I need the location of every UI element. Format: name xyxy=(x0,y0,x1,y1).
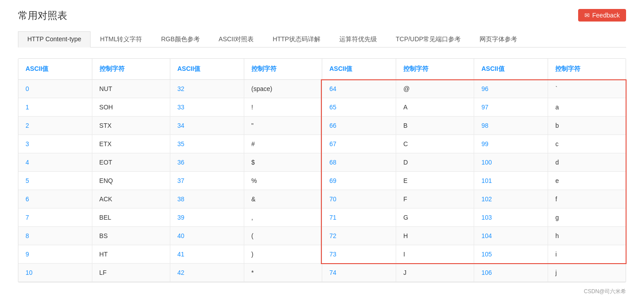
cell-r7-c0: 7 xyxy=(18,208,92,227)
cell-r0-c1: NUT xyxy=(92,80,170,98)
cell-r8-c7: h xyxy=(548,227,626,245)
cell-r1-c0: 1 xyxy=(18,98,92,117)
tab-html-escape[interactable]: HTML转义字符 xyxy=(91,31,151,47)
cell-r3-c5: C xyxy=(396,135,474,153)
cell-r4-c0: 4 xyxy=(18,153,92,172)
feedback-label: Feedback xyxy=(592,12,620,19)
cell-r3-c0: 3 xyxy=(18,135,92,153)
cell-r8-c5: H xyxy=(396,227,474,245)
cell-r4-c7: d xyxy=(548,153,626,172)
cell-r4-c2: 36 xyxy=(170,153,244,172)
cell-r7-c2: 39 xyxy=(170,208,244,227)
cell-r9-c3: ) xyxy=(244,245,322,264)
cell-r4-c6: 100 xyxy=(474,153,548,172)
cell-r2-c5: B xyxy=(396,117,474,135)
table-container: ASCII值控制字符ASCII值控制字符ASCII值控制字符ASCII值控制字符… xyxy=(18,58,626,282)
page-title: 常用对照表 xyxy=(18,9,626,22)
col-header-0: ASCII值 xyxy=(18,59,92,80)
tab-web-fonts[interactable]: 网页字体参考 xyxy=(470,31,527,47)
cell-r9-c2: 41 xyxy=(170,245,244,264)
cell-r1-c3: ! xyxy=(244,98,322,117)
cell-r3-c4: 67 xyxy=(322,135,396,153)
table-row: 2STX34"66B98b xyxy=(18,117,626,135)
cell-r0-c5: @ xyxy=(396,80,474,98)
cell-r0-c4: 64 xyxy=(322,80,396,98)
table-row: 3ETX35#67C99c xyxy=(18,135,626,153)
table-row: 10LF42*74J106j xyxy=(18,264,626,282)
cell-r8-c3: ( xyxy=(244,227,322,245)
col-header-5: 控制字符 xyxy=(396,59,474,80)
cell-r5-c4: 69 xyxy=(322,172,396,190)
cell-r6-c7: f xyxy=(548,190,626,208)
tab-operator-priority[interactable]: 运算符优先级 xyxy=(330,31,386,47)
cell-r4-c5: D xyxy=(396,153,474,172)
table-row: 6ACK38&70F102f xyxy=(18,190,626,208)
tab-rgb-color[interactable]: RGB颜色参考 xyxy=(151,31,209,47)
table-row: 8BS40(72H104h xyxy=(18,227,626,245)
cell-r6-c2: 38 xyxy=(170,190,244,208)
cell-r0-c6: 96 xyxy=(474,80,548,98)
cell-r9-c6: 105 xyxy=(474,245,548,264)
envelope-icon: ✉ xyxy=(584,12,590,19)
cell-r1-c6: 97 xyxy=(474,98,548,117)
tab-ascii-table[interactable]: ASCII对照表 xyxy=(209,31,264,47)
cell-r4-c4: 68 xyxy=(322,153,396,172)
cell-r6-c5: F xyxy=(396,190,474,208)
table-row: 1SOH33!65A97a xyxy=(18,98,626,117)
cell-r2-c2: 34 xyxy=(170,117,244,135)
cell-r9-c5: I xyxy=(396,245,474,264)
feedback-button[interactable]: ✉ Feedback xyxy=(578,9,626,22)
col-header-3: 控制字符 xyxy=(244,59,322,80)
tabs-container: HTTP Content-typeHTML转义字符RGB颜色参考ASCII对照表… xyxy=(18,31,626,48)
col-header-1: 控制字符 xyxy=(92,59,170,80)
cell-r5-c1: ENQ xyxy=(92,172,170,190)
tab-tcp-udp-ports[interactable]: TCP/UDP常见端口参考 xyxy=(386,31,470,47)
tab-http-content-type[interactable]: HTTP Content-type xyxy=(18,31,91,48)
col-header-7: 控制字符 xyxy=(548,59,626,80)
cell-r10-c3: * xyxy=(244,264,322,282)
col-header-6: ASCII值 xyxy=(474,59,548,80)
cell-r0-c7: ` xyxy=(548,80,626,98)
header-row: ASCII值控制字符ASCII值控制字符ASCII值控制字符ASCII值控制字符 xyxy=(18,59,626,80)
cell-r6-c6: 102 xyxy=(474,190,548,208)
cell-r3-c7: c xyxy=(548,135,626,153)
cell-r7-c4: 71 xyxy=(322,208,396,227)
cell-r7-c6: 103 xyxy=(474,208,548,227)
cell-r8-c6: 104 xyxy=(474,227,548,245)
cell-r3-c6: 99 xyxy=(474,135,548,153)
cell-r7-c1: BEL xyxy=(92,208,170,227)
cell-r1-c1: SOH xyxy=(92,98,170,117)
cell-r3-c1: ETX xyxy=(92,135,170,153)
cell-r1-c5: A xyxy=(396,98,474,117)
cell-r2-c7: b xyxy=(548,117,626,135)
table-row: 9HT41)73I105i xyxy=(18,245,626,264)
cell-r5-c0: 5 xyxy=(18,172,92,190)
table-row: 4EOT36$68D100d xyxy=(18,153,626,172)
cell-r2-c3: " xyxy=(244,117,322,135)
cell-r7-c5: G xyxy=(396,208,474,227)
cell-r7-c3: , xyxy=(244,208,322,227)
cell-r5-c6: 101 xyxy=(474,172,548,190)
cell-r5-c7: e xyxy=(548,172,626,190)
cell-r1-c4: 65 xyxy=(322,98,396,117)
cell-r9-c0: 9 xyxy=(18,245,92,264)
cell-r10-c7: j xyxy=(548,264,626,282)
cell-r9-c4: 73 xyxy=(322,245,396,264)
cell-r8-c1: BS xyxy=(92,227,170,245)
ascii-table: ASCII值控制字符ASCII值控制字符ASCII值控制字符ASCII值控制字符… xyxy=(18,59,626,282)
cell-r5-c2: 37 xyxy=(170,172,244,190)
cell-r2-c4: 66 xyxy=(322,117,396,135)
table-row: 7BEL39,71G103g xyxy=(18,208,626,227)
cell-r2-c1: STX xyxy=(92,117,170,135)
cell-r0-c0: 0 xyxy=(18,80,92,98)
tab-http-status[interactable]: HTTP状态码详解 xyxy=(263,31,330,47)
table-header: ASCII值控制字符ASCII值控制字符ASCII值控制字符ASCII值控制字符 xyxy=(18,59,626,80)
table-wrapper: ASCII值控制字符ASCII值控制字符ASCII值控制字符ASCII值控制字符… xyxy=(18,58,626,282)
table-row: 5ENQ37%69E101e xyxy=(18,172,626,190)
cell-r10-c1: LF xyxy=(92,264,170,282)
cell-r2-c0: 2 xyxy=(18,117,92,135)
cell-r0-c2: 32 xyxy=(170,80,244,98)
col-header-2: ASCII值 xyxy=(170,59,244,80)
cell-r2-c6: 98 xyxy=(474,117,548,135)
cell-r5-c3: % xyxy=(244,172,322,190)
